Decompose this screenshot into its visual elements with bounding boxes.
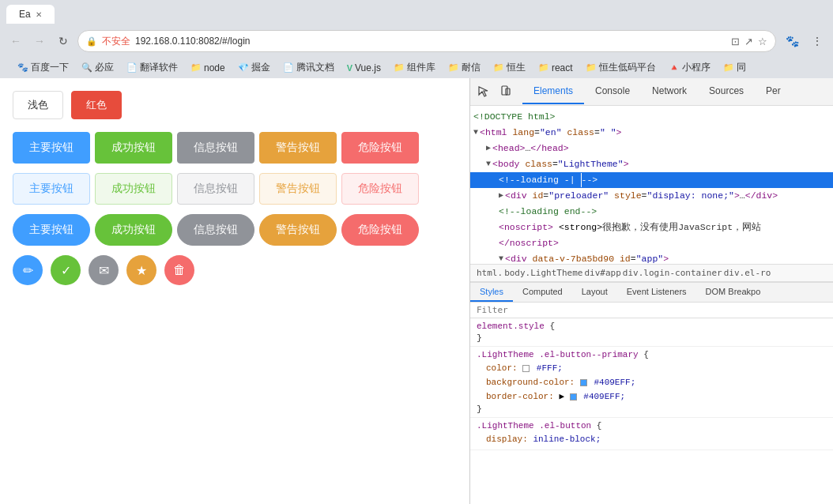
bookmark-vuejs[interactable]: V Vue.js [342,61,386,75]
breadcrumb-body[interactable]: body.LightTheme [504,268,582,278]
danger-plain-button[interactable]: 危险按钮 [341,173,419,205]
dom-noscript[interactable]: <noscript> <strong>很抱歉，没有使用JavaScript，网站 [470,220,833,235]
menu-button[interactable]: ⋮ [808,32,827,51]
selector-text: element.style [477,322,549,331]
success-icon-button[interactable]: ✓ [51,255,81,285]
devtools-toolbar: Elements Console Network Sources Per [470,78,833,106]
styles-tab-computed[interactable]: Computed [513,283,572,302]
styles-tab-events[interactable]: Event Listeners [617,283,696,302]
info-plain-button[interactable]: 信息按钮 [177,173,254,205]
tab-sources[interactable]: Sources [698,79,755,104]
security-icon: 🔒 [86,36,97,47]
tab-performance[interactable]: Per [755,79,792,104]
bookmark-label: 恒生低码平台 [599,61,656,74]
triangle-icon[interactable]: ▼ [473,126,478,140]
success-plain-button[interactable]: 成功按钮 [95,173,172,205]
screenshot-icon[interactable]: ⊡ [731,36,740,47]
attr-class-value: " " [600,126,616,140]
triangle-icon[interactable]: ▼ [486,157,491,171]
warning-round-button[interactable]: 警告按钮 [259,214,337,246]
bookmark-translate[interactable]: 📄 翻译软件 [122,59,183,76]
breadcrumb-login[interactable]: div.login-container [623,268,722,278]
tab-console[interactable]: Console [584,79,641,104]
plain-button-group: 主要按钮 成功按钮 信息按钮 警告按钮 危险按钮 [13,173,457,205]
bookmark-hengsheng[interactable]: 📁 恒生 [488,59,530,76]
primary-solid-button[interactable]: 主要按钮 [13,132,90,164]
danger-solid-button[interactable]: 危险按钮 [341,132,419,164]
primary-icon-button[interactable]: ✏ [13,255,43,285]
styles-tabs: Styles Computed Layout Event Listeners D… [470,283,833,303]
red-theme-button[interactable]: 红色 [71,91,122,119]
styles-filter-input[interactable] [477,305,827,315]
danger-icon-button[interactable]: 🗑 [164,255,194,285]
warning-icon-button[interactable]: ★ [126,255,156,285]
bookmark-biying[interactable]: 🔍 必应 [77,59,119,76]
styles-tab-layout[interactable]: Layout [572,283,617,302]
success-round-button[interactable]: 成功按钮 [95,214,172,246]
browser-tab[interactable]: Ea ✕ [6,5,55,24]
primary-round-button[interactable]: 主要按钮 [13,214,90,246]
dom-preloader[interactable]: ▶ <div id="preloader" style="display: no… [470,188,833,204]
tab-network[interactable]: Network [641,79,698,104]
triangle-icon[interactable]: ▶ [486,141,491,156]
dom-loading-end[interactable]: <!--loading end--> [470,204,833,220]
tab-elements[interactable]: Elements [522,79,584,104]
light-theme-button[interactable]: 浅色 [13,91,63,119]
triangle-icon[interactable]: ▶ [499,189,503,203]
back-button[interactable]: ← [6,32,25,51]
color-swatch [522,365,530,372]
breadcrumb-app[interactable]: div#app [584,268,620,278]
bookmark-node[interactable]: 📁 node [186,61,230,75]
bookmark-components[interactable]: 📁 组件库 [389,59,440,76]
dom-app-div[interactable]: ▼ <div data-v-7ba5bd90 id="app" > [470,251,833,264]
bookmark-juejin[interactable]: 💎 掘金 [233,59,275,76]
styles-tab-dom-breakpoints[interactable]: DOM Breakpo [696,283,771,302]
extensions-button[interactable]: 🐾 [781,32,803,51]
reload-button[interactable]: ↻ [54,32,73,51]
success-solid-button[interactable]: 成功按钮 [95,132,172,164]
bookmark-naixin[interactable]: 📁 耐信 [443,59,485,76]
bookmark-miniapp[interactable]: 🔺 小程序 [664,59,715,76]
dom-head[interactable]: ▶ <head>…</head> [470,141,833,156]
danger-round-button[interactable]: 危险按钮 [341,214,419,246]
info-icon-button[interactable]: ✉ [89,255,119,285]
dom-doctype[interactable]: <!DOCTYPE html> [470,109,833,125]
share-icon[interactable]: ↗ [744,36,753,47]
warning-solid-button[interactable]: 警告按钮 [259,132,337,164]
preloader-end: </div> [745,189,778,203]
tab-close-icon[interactable]: ✕ [36,10,42,19]
close-brace: } [477,404,827,414]
bookmark-star-icon[interactable]: ☆ [758,36,767,47]
dom-noscript-close[interactable]: </noscript> [470,235,833,251]
info-round-button[interactable]: 信息按钮 [177,214,254,246]
open-brace: { [549,322,555,331]
bookmark-react[interactable]: 📁 react [533,61,578,75]
dom-body[interactable]: ▼ <body class="LightTheme" > [470,156,833,172]
address-bar[interactable]: 🔒 不安全 192.168.0.110:8082/#/login ⊡ ↗ ☆ [77,30,776,52]
styles-tab-styles[interactable]: Styles [470,283,513,302]
forward-button[interactable]: → [30,32,49,51]
breadcrumb-html[interactable]: html. [477,268,503,278]
triangle-icon[interactable]: ▼ [499,252,503,264]
warning-plain-button[interactable]: 警告按钮 [259,173,337,205]
device-toolbar-button[interactable] [496,81,516,102]
inspect-element-button[interactable] [473,81,494,102]
bookmark-icon: 📄 [126,62,138,73]
bookmark-lowcode[interactable]: 📁 恒生低码平台 [581,59,661,76]
eq: = [543,189,548,203]
doctype-text: <!DOCTYPE html> [473,110,556,124]
bookmark-icon: 📄 [283,62,294,73]
bookmark-icon: 📁 [586,62,597,73]
breadcrumb-row[interactable]: div.el-ro [724,268,771,278]
info-solid-button[interactable]: 信息按钮 [177,132,254,164]
bookmark-other[interactable]: 📁 同 [718,59,751,76]
bookmark-tencent[interactable]: 📄 腾讯文档 [278,59,339,76]
dom-loading-comment[interactable]: <!--loading -| --> [470,172,833,188]
icon-button-group: ✏ ✓ ✉ ★ 🗑 [13,255,457,285]
attr-style-value: "display: none;" [647,189,734,203]
prop-value: inline-block; [533,434,601,444]
dom-html[interactable]: ▼ <html lang="en" class=" " > [470,125,833,141]
bookmark-baidu[interactable]: 🐾 百度一下 [13,59,74,76]
primary-plain-button[interactable]: 主要按钮 [13,173,90,205]
eq: = [631,252,636,264]
